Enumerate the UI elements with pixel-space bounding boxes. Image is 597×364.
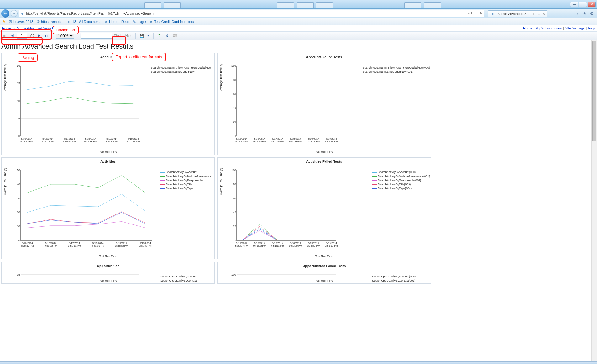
- find-next-link[interactable]: Next: [125, 34, 133, 38]
- chart-axes: 010203040505/16/20145:28:37 PM5/16/20149…: [20, 170, 152, 241]
- chart-x-ticks: 5/16/20145:18:33 PM5/16/20149:41:18 PM5/…: [237, 137, 336, 149]
- ie-page-icon: e: [491, 11, 496, 16]
- chart-legend: SearchActivityByAccountSearchActivityByM…: [160, 170, 211, 191]
- legend-item: SearchOpportunityByMultipleParameters: [154, 283, 211, 284]
- chart-x-ticks: 5/16/20145:28:37 PM5/16/20149:51:22 PM5/…: [21, 242, 152, 253]
- chart-panel-opportunities_failed: Opportunities Failed TestsAverage Test T…: [217, 262, 431, 284]
- chart-y-ticks: 05101520: [12, 66, 20, 136]
- fav-item[interactable]: ⊘https--remote...: [36, 19, 65, 24]
- legend-item: SearchActivityByAccount(000): [372, 170, 430, 174]
- fav-item[interactable]: e13 - All Documents: [67, 19, 101, 24]
- legend-item: SearchAccountByNameCodedNew(001): [356, 70, 430, 74]
- chart-plot: [237, 170, 336, 240]
- file-icon: ▧: [8, 19, 13, 24]
- legend-item: SearchActivityByType: [160, 187, 211, 191]
- fav-item[interactable]: eHome - Report Manager: [104, 19, 146, 24]
- atom-feed-button[interactable]: 📰: [172, 33, 177, 39]
- window-minimize-button[interactable]: —: [570, 2, 578, 7]
- legend-item: SearchOpportunityByMultipleParameters(00…: [366, 283, 430, 284]
- find-input[interactable]: [81, 33, 112, 39]
- block-icon: ⊘: [36, 19, 40, 24]
- chart-title: Opportunities Failed Tests: [218, 262, 431, 268]
- aero-thumb: [316, 2, 333, 8]
- fav-item[interactable]: eTest Credit Card Numbers: [149, 19, 194, 24]
- legend-item: SearchActivityByMultipleParameters: [160, 174, 211, 178]
- chart-y-label: Average Test Time [s]: [3, 63, 7, 90]
- toolbar-divider: [135, 33, 136, 39]
- scrollbar-thumb[interactable]: [592, 41, 596, 141]
- export-dropdown-button[interactable]: ▾: [146, 33, 150, 39]
- legend-label: SearchOpportunityByContact(001): [372, 279, 415, 283]
- legend-item: SearchActivityByAccount: [160, 170, 211, 174]
- print-button[interactable]: 🖨: [164, 33, 170, 39]
- chart-panel-activities_failed: Activities Failed TestsAverage Test Time…: [217, 157, 431, 259]
- chart-x-label: Test Run Time: [2, 150, 214, 153]
- stop-icon[interactable]: ✕: [480, 11, 483, 15]
- forward-button[interactable]: →: [11, 10, 18, 17]
- vertical-scrollbar[interactable]: [591, 40, 597, 364]
- chart-legend: SearchOpportunityByAccountSearchOpportun…: [154, 275, 211, 284]
- window-maximize-button[interactable]: ❐: [579, 2, 587, 7]
- aero-thumb: [144, 2, 161, 8]
- legend-label: SearchActivityByMultipleParameters(001): [378, 174, 430, 178]
- back-button[interactable]: ←: [1, 9, 9, 18]
- legend-label: SearchOpportunityByMultipleParameters(00…: [372, 283, 430, 284]
- tab-close-icon[interactable]: ✕: [542, 12, 545, 16]
- favorites-icon[interactable]: ★: [583, 11, 587, 16]
- topnav-home-link[interactable]: Home: [523, 26, 532, 30]
- callout-export: Export to different formats: [112, 53, 166, 61]
- legend-label: SearchActivityByResponsible: [166, 178, 203, 182]
- chart-panel-activities: ActivitiesAverage Test Time [s]Test Run …: [1, 157, 215, 259]
- chart-title: Opportunities: [2, 262, 214, 268]
- browser-titlebar: — ❐ ✕: [0, 0, 597, 9]
- aero-thumb: [277, 2, 294, 8]
- dropdown-icon[interactable]: ▾: [468, 11, 470, 15]
- topnav-site-settings-link[interactable]: Site Settings: [565, 26, 585, 30]
- window-close-button[interactable]: ✕: [588, 2, 596, 7]
- refresh-report-button[interactable]: ↻: [157, 33, 162, 39]
- legend-label: SearchActivityByType: [166, 187, 193, 191]
- legend-label: SearchActivityByAccount(000): [378, 170, 416, 174]
- chart-y-label: Average Test Time [s]: [3, 168, 7, 195]
- legend-item: SearchActivityByMultipleParameters(001): [372, 174, 430, 178]
- topnav-subscriptions-link[interactable]: My Subscriptions: [536, 26, 562, 30]
- star-icon[interactable]: ★: [2, 19, 6, 24]
- legend-item: SearchOpportunityByContact(001): [366, 279, 430, 283]
- ie-page-icon: e: [149, 19, 153, 24]
- report-body: Admin Advanced Search Load Test Results …: [0, 40, 597, 364]
- chart-grid: AccountsAverage Test Time [s]Test Run Ti…: [1, 53, 431, 284]
- legend-item: SearchActivityByType(004): [372, 187, 430, 191]
- tools-gear-icon[interactable]: ⚙: [590, 11, 594, 16]
- topnav-help-link[interactable]: Help: [588, 26, 595, 30]
- home-icon[interactable]: ⌂: [577, 11, 579, 16]
- legend-label: SearchActivityByMultipleParameters: [166, 174, 211, 178]
- chart-plot: [21, 170, 152, 240]
- legend-item: SearchOpportunityByContact: [154, 279, 211, 283]
- fav-item[interactable]: ▧Leaves 2013: [8, 19, 33, 24]
- chart-y-ticks: 020406080100: [228, 170, 236, 240]
- chart-plot: [237, 66, 336, 136]
- export-button[interactable]: 💾: [139, 33, 145, 39]
- report-title: Admin Advanced Search Load Test Results: [1, 42, 596, 53]
- legend-item: SearchActivityByTitle(003): [372, 182, 430, 187]
- chart-panel-accounts: AccountsAverage Test Time [s]Test Run Ti…: [1, 53, 215, 155]
- chart-axes: 0204060801005/16/20145:18:33 PM5/16/2014…: [236, 66, 336, 136]
- chart-y-label: Average Test Time [s]: [219, 63, 223, 90]
- chart-axes: 0204060801005/16/20145:28:37 PM5/16/2014…: [236, 170, 336, 241]
- aero-thumb: [164, 2, 181, 8]
- chart-x-ticks: 5/16/20145:18:33 PM5/16/20149:41:18 PM5/…: [21, 137, 139, 149]
- refresh-icon[interactable]: ↻: [471, 11, 473, 15]
- favorites-bar: ★ ▧Leaves 2013 ⊘https--remote... e13 - A…: [0, 18, 597, 25]
- legend-label: SearchActivityByResponsible(002): [378, 178, 421, 182]
- chart-panel-opportunities: OpportunitiesAverage Test Time [s]Test R…: [1, 262, 215, 284]
- breadcrumb: Home > Admin Advanced Search Home| My Su…: [0, 25, 597, 32]
- address-bar[interactable]: e ▾ ↻ ✕: [19, 10, 484, 17]
- aero-peek-thumbnails: [144, 0, 559, 9]
- chart-axes: 35: [20, 275, 139, 275]
- aero-thumb: [424, 2, 441, 8]
- browser-tab[interactable]: e Admin Advanced Search - ... ✕: [488, 10, 547, 17]
- callout-outline-export: [112, 36, 126, 45]
- legend-label: SearchOpportunityByAccount(000): [372, 275, 416, 279]
- chart-title: Activities Failed Tests: [218, 158, 431, 164]
- url-input[interactable]: [25, 12, 467, 15]
